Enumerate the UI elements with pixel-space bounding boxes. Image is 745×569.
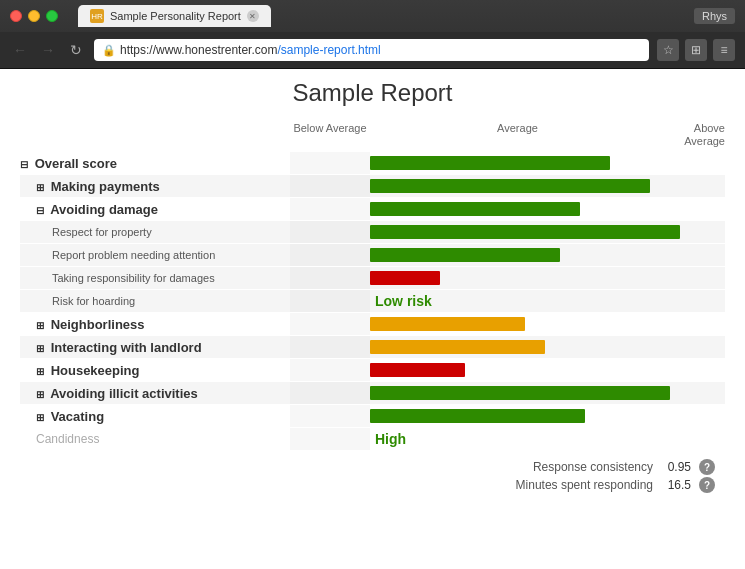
row-report: Report problem needing attention: [20, 244, 725, 266]
expand-icon-landlord[interactable]: ⊞: [36, 343, 44, 354]
bar-container-responsibility: [290, 267, 725, 289]
bar-container-housekeeping: [290, 359, 725, 381]
browser-chrome: HR Sample Personality Report ✕ Rhys ← → …: [0, 0, 745, 69]
bar-vacating: [370, 409, 585, 423]
chart-area: Below Average Average Above Average ⊟ Ov…: [20, 122, 725, 495]
row-overall: ⊟ Overall score: [20, 152, 725, 174]
bar-neighborliness: [370, 317, 525, 331]
candidness-value: High: [375, 431, 406, 447]
below-zone-6: [290, 267, 370, 289]
stat-label-minutes: Minutes spent responding: [516, 478, 653, 492]
below-zone-7: [290, 290, 370, 312]
minimize-button[interactable]: [28, 10, 40, 22]
below-zone-4: [290, 221, 370, 243]
row-neighborliness: ⊞ Neighborliness: [20, 313, 725, 335]
maximize-button[interactable]: [46, 10, 58, 22]
below-zone-9: [290, 336, 370, 358]
bar-container-payments: [290, 175, 725, 197]
back-button[interactable]: ←: [10, 40, 30, 60]
row-responsibility: Taking responsibility for damages: [20, 267, 725, 289]
chart-headers: Below Average Average Above Average: [290, 122, 725, 148]
url-prefix: https://www.honestrenter.com: [120, 43, 277, 57]
below-zone: [290, 152, 370, 174]
row-label-vacating: ⊞ Vacating: [20, 409, 290, 424]
row-label-landlord: ⊞ Interacting with landlord: [20, 340, 290, 355]
header-above-average: Above Average: [665, 122, 725, 148]
address-bar: ← → ↻ 🔒 https://www.honestrenter.com/sam…: [0, 32, 745, 68]
bar-container-neighborliness: [290, 313, 725, 335]
bar-container-damage: [290, 198, 725, 220]
below-zone-12: [290, 405, 370, 427]
menu-icon[interactable]: ≡: [713, 39, 735, 61]
row-payments: ⊞ Making payments: [20, 175, 725, 197]
row-respect: Respect for property: [20, 221, 725, 243]
row-landlord: ⊞ Interacting with landlord: [20, 336, 725, 358]
bar-container-overall: [290, 152, 725, 174]
bar-container-landlord: [290, 336, 725, 358]
url-bar[interactable]: 🔒 https://www.honestrenter.com/sample-re…: [94, 39, 649, 61]
row-label-payments: ⊞ Making payments: [20, 179, 290, 194]
help-icon-minutes[interactable]: ?: [699, 477, 715, 493]
stat-response-consistency: Response consistency 0.95 ?: [533, 459, 715, 475]
row-housekeeping: ⊞ Housekeeping: [20, 359, 725, 381]
title-bar: HR Sample Personality Report ✕ Rhys: [0, 0, 745, 32]
expand-icon-illicit[interactable]: ⊞: [36, 389, 44, 400]
reload-button[interactable]: ↻: [66, 40, 86, 60]
row-label-housekeeping: ⊞ Housekeeping: [20, 363, 290, 378]
bar-payments: [370, 179, 650, 193]
bar-landlord: [370, 340, 545, 354]
below-zone-10: [290, 359, 370, 381]
row-label-damage: ⊟ Avoiding damage: [20, 202, 290, 217]
page-title: Sample Report: [20, 79, 725, 107]
expand-icon-housekeeping[interactable]: ⊞: [36, 366, 44, 377]
grid-icon[interactable]: ⊞: [685, 39, 707, 61]
url-path: /sample-report.html: [277, 43, 380, 57]
tab-title: Sample Personality Report: [110, 10, 241, 22]
stat-minutes: Minutes spent responding 16.5 ?: [516, 477, 715, 493]
below-zone-3: [290, 198, 370, 220]
candidness-label: Candidness: [20, 432, 290, 446]
row-label-respect: Respect for property: [20, 226, 290, 238]
below-zone-13: [290, 428, 370, 450]
close-button[interactable]: [10, 10, 22, 22]
url-text: https://www.honestrenter.com/sample-repo…: [120, 43, 641, 57]
toolbar-icons: ☆ ⊞ ≡: [657, 39, 735, 61]
bar-container-illicit: [290, 382, 725, 404]
expand-icon-payments[interactable]: ⊞: [36, 182, 44, 193]
tab-bar: HR Sample Personality Report ✕: [78, 5, 271, 27]
bar-overall: [370, 156, 610, 170]
below-zone-8: [290, 313, 370, 335]
row-label-neighborliness: ⊞ Neighborliness: [20, 317, 290, 332]
bar-responsibility: [370, 271, 440, 285]
expand-icon-neighborliness[interactable]: ⊞: [36, 320, 44, 331]
below-zone-11: [290, 382, 370, 404]
expand-icon-damage[interactable]: ⊟: [36, 205, 44, 216]
bar-housekeeping: [370, 363, 465, 377]
help-icon-response[interactable]: ?: [699, 459, 715, 475]
row-illicit: ⊞ Avoiding illicit activities: [20, 382, 725, 404]
low-risk-label: Low risk: [375, 293, 432, 309]
bar-report: [370, 248, 560, 262]
expand-icon-overall[interactable]: ⊟: [20, 159, 28, 170]
bookmark-icon[interactable]: ☆: [657, 39, 679, 61]
user-badge: Rhys: [694, 8, 735, 24]
tab-close-button[interactable]: ✕: [247, 10, 259, 22]
bar-respect: [370, 225, 680, 239]
header-below-average: Below Average: [290, 122, 370, 148]
row-vacating: ⊞ Vacating: [20, 405, 725, 427]
row-label-hoarding: Risk for hoarding: [20, 295, 290, 307]
tab-favicon-icon: HR: [90, 9, 104, 23]
below-zone-5: [290, 244, 370, 266]
row-label-illicit: ⊞ Avoiding illicit activities: [20, 386, 290, 401]
footer-stats: Response consistency 0.95 ? Minutes spen…: [20, 459, 725, 495]
row-hoarding: Risk for hoarding Low risk: [20, 290, 725, 312]
bar-container-vacating: [290, 405, 725, 427]
bar-illicit: [370, 386, 670, 400]
expand-icon-vacating[interactable]: ⊞: [36, 412, 44, 423]
header-average: Average: [370, 122, 665, 148]
below-zone-2: [290, 175, 370, 197]
bar-container-candidness: High: [290, 428, 725, 450]
browser-tab[interactable]: HR Sample Personality Report ✕: [78, 5, 271, 27]
page-content: Sample Report Below Average Average Abov…: [0, 69, 745, 569]
forward-button[interactable]: →: [38, 40, 58, 60]
